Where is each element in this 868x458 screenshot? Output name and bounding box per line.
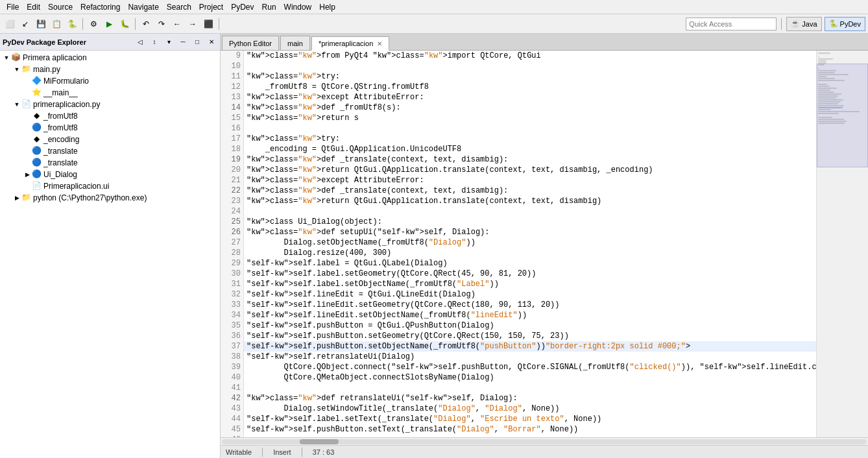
code-line[interactable]: "self-kw">self.pushButton.setObjectName(… [244,341,816,352]
code-line[interactable]: "self-kw">self.retranslateUi(Dialog) [244,352,816,362]
tree-item[interactable]: ◆_fromUtf8 [0,110,220,122]
menu-item-pydev[interactable]: PyDev [227,1,258,13]
tree-item[interactable]: ⭐__main__ [0,87,220,99]
code-line[interactable]: "kw">class="kw">def retranslateUi("self-… [244,393,816,404]
tree-item[interactable]: ▼📄primeraplicacion.py [0,99,220,110]
code-line[interactable]: "kw">class="kw">return s [244,113,816,123]
code-line[interactable]: "self-kw">self.lineEdit.setObjectName(_f… [244,310,816,320]
toolbar-btn-11[interactable]: ⬛ [201,17,215,31]
code-line[interactable]: "kw">class="kw">def setupUi("self-kw">se… [244,227,816,237]
menu-item-run[interactable]: Run [258,1,280,13]
sidebar-menu-btn[interactable]: ▾ [163,36,175,48]
menu-item-help[interactable]: Help [315,1,339,13]
h-scroll-thumb[interactable] [300,439,339,444]
code-line[interactable]: "kw">class="kw">except AttributeError: [244,92,816,102]
code-line[interactable] [244,383,816,393]
code-line[interactable]: "self-kw">self.pushButton.setGeometry(Qt… [244,331,816,341]
line-number: 45 [221,424,243,435]
tab-primeraplicacion[interactable]: *primeraplicacion✕ [311,36,389,51]
tree-item[interactable]: ▶📁python (C:\Python27\python.exe) [0,192,220,204]
menu-item-edit[interactable]: Edit [23,1,44,13]
menu-item-file[interactable]: File [3,1,23,13]
code-line[interactable]: Dialog.setObjectName(_fromUtf8("Dialog")… [244,237,816,248]
toolbar-btn-8[interactable]: ↷ [154,17,169,31]
code-line[interactable]: "self-kw">self.pushButton.setText(_trans… [244,424,816,435]
menu-item-project[interactable]: Project [195,1,227,13]
tree-item[interactable]: ▼📦Primera aplicacion [0,52,220,64]
sidebar-maximize-btn[interactable]: □ [191,36,203,48]
tree-item[interactable]: 📄Primeraplicacion.ui [0,180,220,192]
code-content[interactable]: "kw">class="kw">from PyQt4 "kw">class="k… [244,51,816,437]
toolbar-btn-5[interactable]: 🐍 [65,17,79,31]
tree-item[interactable]: 🔵_translate [0,157,220,169]
code-line[interactable] [244,206,816,217]
code-line[interactable]: "kw">class Ui_Dialog(object): [244,217,816,227]
code-line[interactable]: "self-kw">self.label.setText(_translate(… [244,414,816,424]
tree-icon: 📁 [21,193,31,203]
tab-python-editor[interactable]: Python Editor [222,36,279,50]
tree-label: _translate [43,158,78,167]
toolbar-btn-2[interactable]: ↙ [18,17,32,31]
code-line[interactable]: "kw">class="kw">try: [244,71,816,82]
code-line[interactable]: QtCore.QMetaObject.connectSlotsByName(Di… [244,372,816,383]
code-line[interactable]: "kw">class="kw">def _translate(context, … [244,186,816,196]
toolbar-btn-10[interactable]: → [186,17,200,31]
sidebar-minimize-btn[interactable]: ─ [177,36,189,48]
code-line[interactable]: "self-kw">self.pushButton = QtGui.QPushB… [244,320,816,331]
java-icon: ☕ [791,19,800,28]
menu-item-search[interactable]: Search [163,1,195,13]
tree-item[interactable]: ◆_encoding [0,134,220,145]
menu-item-refactoring[interactable]: Refactoring [77,1,124,13]
toolbar-btn-7[interactable]: ↶ [139,17,153,31]
tree-item[interactable]: ▼📁main.py [0,64,220,75]
line-number: 12 [221,82,243,92]
code-line[interactable]: _encoding = QtGui.QApplication.UnicodeUT… [244,144,816,154]
code-line[interactable]: "kw">class="kw">def _fromUtf8(s): [244,102,816,113]
code-line[interactable] [244,123,816,134]
toolbar-btn-6[interactable]: ⚙ [86,17,101,31]
h-scroll-track[interactable] [222,439,867,444]
code-line[interactable]: "self-kw">self.label.setObjectName(_from… [244,279,816,289]
sidebar-collapse-btn[interactable]: ◁ [134,36,146,48]
toolbar-btn-9[interactable]: ← [170,17,184,31]
code-line[interactable]: "kw">class="kw">from PyQt4 "kw">class="k… [244,51,816,61]
quick-access-input[interactable] [686,18,777,30]
menu-item-source[interactable]: Source [44,1,77,13]
code-line[interactable]: "kw">class="kw">def _translate(context, … [244,154,816,165]
toolbar-btn-3[interactable]: 💾 [34,17,48,31]
code-line[interactable]: "kw">class="kw">return QtGui.QApplicatio… [244,165,816,175]
code-line[interactable]: "kw">class="kw">except AttributeError: [244,175,816,186]
tree-icon: 🔵 [31,169,42,180]
tab-close-btn[interactable]: ✕ [377,40,382,47]
code-line[interactable]: "self-kw">self.lineEdit.setGeometry(QtCo… [244,300,816,310]
tree-item[interactable]: ▶🔵Ui_Dialog [0,169,220,180]
java-perspective-button[interactable]: ☕ Java [786,17,821,31]
code-line[interactable]: _fromUtf8 = QtCore.QString.fromUtf8 [244,82,816,92]
horizontal-scrollbar[interactable] [221,437,868,445]
menu-item-navigate[interactable]: Navigate [124,1,162,13]
debug-button[interactable]: 🐛 [117,17,132,31]
code-line[interactable]: "self-kw">self.lineEdit = QtGui.QLineEdi… [244,289,816,300]
tree-item[interactable]: 🔵_fromUtf8 [0,122,220,134]
tree-label: primeraplicacion.py [33,100,100,109]
new-button[interactable]: ⬜ [3,17,17,31]
code-line[interactable]: "kw">class="kw">return QtGui.QApplicatio… [244,196,816,206]
tree-item[interactable]: 🔵_translate [0,145,220,157]
run-button[interactable]: ▶ [102,17,116,31]
tab-main[interactable]: main [280,36,310,50]
line-number: 37 [221,341,243,352]
sidebar-sync-btn[interactable]: ↕ [149,36,160,48]
code-line[interactable]: Dialog.setWindowTitle(_translate("Dialog… [244,404,816,414]
tree-item[interactable]: 🔷MiFormulario [0,75,220,87]
sidebar-close-btn[interactable]: ✕ [206,36,217,48]
code-line[interactable]: QtCore.QObject.connect("self-kw">self.pu… [244,362,816,372]
code-line[interactable]: "kw">class="kw">try: [244,134,816,144]
menu-item-window[interactable]: Window [280,1,316,13]
minimap-viewport[interactable] [817,64,868,167]
code-line[interactable]: "self-kw">self.label.setGeometry(QtCore.… [244,269,816,279]
pydev-perspective-button[interactable]: 🐍 PyDev [825,17,865,31]
code-line[interactable]: "self-kw">self.label = QtGui.QLabel(Dial… [244,258,816,269]
code-line[interactable]: Dialog.resize(400, 300) [244,248,816,258]
toolbar-btn-4[interactable]: 📋 [49,17,64,31]
code-line[interactable] [244,61,816,71]
